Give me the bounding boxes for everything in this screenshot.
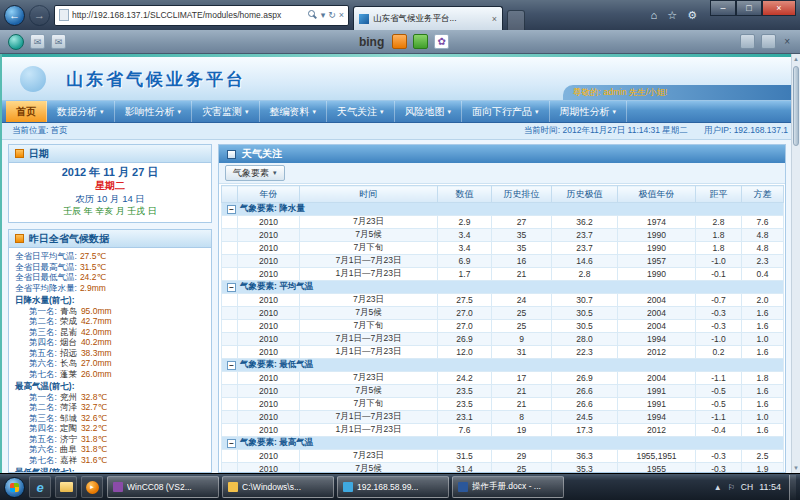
star-icon[interactable]: ☆	[664, 9, 680, 22]
collapse-icon[interactable]: −	[227, 205, 236, 214]
table-section-row[interactable]: −气象要素: 平均气温	[222, 281, 784, 294]
new-tab-button[interactable]	[507, 10, 525, 30]
table-row[interactable]: 20107月5候31.42535.31955-0.31.9	[222, 463, 784, 473]
nav-item-impact-analysis[interactable]: 影响性分析▾	[115, 101, 193, 122]
help-icon[interactable]	[761, 34, 776, 49]
nav-item-periodic-analysis[interactable]: 周期性分析▾	[550, 101, 628, 122]
table-cell: 7.6	[742, 216, 784, 229]
nav-item-weather-focus[interactable]: 天气关注▾	[327, 101, 395, 122]
taskbar-button-4[interactable]: 操作手册.docx - ...	[452, 476, 564, 498]
tab-close-icon[interactable]: ×	[492, 14, 497, 24]
table-row[interactable]: 20101月1日—7月23日12.03122.320120.21.6	[222, 346, 784, 359]
table-column-header: 历史排位	[492, 186, 552, 203]
scroll-up-icon[interactable]: ▲	[792, 54, 800, 64]
bing-logo[interactable]: bing	[357, 35, 386, 49]
table-row[interactable]: 20107月下旬27.02530.52004-0.31.6	[222, 320, 784, 333]
page-scrollbar[interactable]: ▲ ▼	[791, 54, 800, 473]
rank-label: 第六名:	[29, 358, 57, 368]
table-row[interactable]: 20107月下旬3.43523.719901.84.8	[222, 242, 784, 255]
table-row[interactable]: 20107月23日24.21726.92004-1.11.8	[222, 372, 784, 385]
send-mail-icon[interactable]: ✉	[51, 34, 66, 49]
rank-value: 27.0mm	[81, 358, 112, 368]
nav-item-risk-map[interactable]: 风险地图▾	[395, 101, 463, 122]
table-row[interactable]: 20101月1日—7月23日7.61917.32012-0.41.6	[222, 424, 784, 437]
back-button[interactable]: ←	[4, 5, 25, 26]
table-row[interactable]: 20107月5候27.02530.52004-0.31.6	[222, 307, 784, 320]
element-select-button[interactable]: 气象要素 ▾	[225, 165, 285, 181]
address-bar[interactable]: http://192.168.137.1/SLCCLIMATE/modules/…	[54, 5, 349, 26]
table-row[interactable]: 20107月5候3.43523.719901.84.8	[222, 229, 784, 242]
summary-value: 24.2℃	[80, 272, 106, 282]
home-icon[interactable]: ⌂	[648, 9, 661, 21]
table-cell: -0.3	[696, 463, 742, 473]
scrollbar-thumb[interactable]	[793, 66, 799, 146]
tools-icon[interactable]	[740, 34, 755, 49]
table-cell: 19	[492, 424, 552, 437]
table-row[interactable]: 20107月1日—7月23日23.1824.51994-1.11.0	[222, 411, 784, 424]
page-header: 山东省气候业务平台 尊敬的: admin 先生/小姐!	[2, 57, 798, 101]
nav-item-home[interactable]: 首页	[6, 101, 47, 122]
table-row[interactable]: 20107月23日27.52430.72004-0.72.0	[222, 294, 784, 307]
table-cell: 1.8	[742, 372, 784, 385]
language-indicator[interactable]: CH	[741, 482, 753, 492]
toolbar-close-icon[interactable]: ×	[782, 36, 792, 47]
taskbar-clock[interactable]: 11:54	[759, 482, 783, 492]
table-row[interactable]: 20107月下旬23.52126.61991-0.51.6	[222, 398, 784, 411]
collapse-icon[interactable]: −	[227, 283, 236, 292]
close-button[interactable]: ×	[762, 0, 796, 16]
rank-label: 第一名:	[29, 306, 57, 316]
minimize-button[interactable]: –	[710, 0, 736, 16]
explorer-launcher[interactable]	[55, 476, 77, 498]
nav-item-data-analysis[interactable]: 数据分析▾	[47, 101, 115, 122]
messenger-icon[interactable]	[413, 34, 428, 49]
table-row[interactable]: 20107月1日—7月23日6.91614.61957-1.02.3	[222, 255, 784, 268]
nav-item-downstream-products[interactable]: 面向下行产品▾	[462, 101, 550, 122]
rank-station: 济宁	[60, 434, 77, 444]
chevron-down-icon: ▾	[273, 169, 277, 177]
refresh-icon[interactable]: ↻	[328, 10, 336, 20]
nav-item-compiled-data[interactable]: 整编资料▾	[260, 101, 328, 122]
media-player-launcher[interactable]: ▸	[81, 476, 103, 498]
table-section-row[interactable]: −气象要素: 降水量	[222, 203, 784, 216]
row-select-cell	[222, 398, 238, 411]
table-row[interactable]: 20101月1日—7月23日1.7212.81990-0.10.4	[222, 268, 784, 281]
table-cell: -0.3	[696, 450, 742, 463]
search-icon[interactable]	[308, 10, 318, 20]
table-column-header: 时间	[300, 186, 438, 203]
docs-icon[interactable]	[392, 34, 407, 49]
page-icon	[59, 9, 69, 21]
maximize-button[interactable]: □	[736, 0, 762, 16]
table-row[interactable]: 20107月23日2.92736.219742.87.6	[222, 216, 784, 229]
rank-label: 第二名:	[29, 316, 57, 326]
stop-icon[interactable]: ×	[339, 10, 344, 20]
forward-button[interactable]: →	[29, 5, 50, 26]
scroll-down-icon[interactable]: ▼	[792, 463, 800, 473]
table-section-row[interactable]: −气象要素: 最高气温	[222, 437, 784, 450]
mail-icon[interactable]: ✉	[30, 34, 45, 49]
collapse-icon[interactable]: −	[227, 439, 236, 448]
start-button[interactable]	[4, 477, 25, 498]
taskbar-button-3[interactable]: 192.168.58.99...	[337, 476, 449, 498]
table-cell: 2010	[238, 255, 300, 268]
table-cell: 31	[492, 346, 552, 359]
gear-icon[interactable]: ⚙	[684, 9, 700, 22]
show-desktop-button[interactable]	[789, 475, 796, 500]
table-section-row[interactable]: −气象要素: 最低气温	[222, 359, 784, 372]
taskbar-button-1[interactable]: WinCC08 (VS2...	[107, 476, 219, 498]
table-row[interactable]: 20107月5候23.52126.61991-0.51.6	[222, 385, 784, 398]
taskbar-button-2[interactable]: C:\Windows\s...	[222, 476, 334, 498]
collapse-icon[interactable]: −	[227, 361, 236, 370]
table-row[interactable]: 20107月23日31.52936.31955,1951-0.32.5	[222, 450, 784, 463]
browser-logo-icon[interactable]	[8, 34, 24, 50]
url-text[interactable]: http://192.168.137.1/SLCCLIMATE/modules/…	[72, 10, 305, 20]
table-row[interactable]: 20107月1日—7月23日26.9928.01994-1.01.0	[222, 333, 784, 346]
nav-item-disaster-monitor[interactable]: 灾害监测▾	[192, 101, 260, 122]
chevron-down-icon[interactable]: ▾	[321, 10, 326, 20]
summary-label: 全省平均降水量:	[15, 283, 77, 293]
flower-icon[interactable]: ✿	[434, 34, 449, 49]
browser-tab[interactable]: 山东省气候业务平台... ×	[353, 6, 503, 30]
network-icon[interactable]: ⚐	[728, 483, 735, 492]
ie-launcher[interactable]: e	[29, 476, 51, 498]
hidden-icons-button[interactable]: ▲	[714, 483, 722, 492]
table-cell: 1.0	[742, 411, 784, 424]
